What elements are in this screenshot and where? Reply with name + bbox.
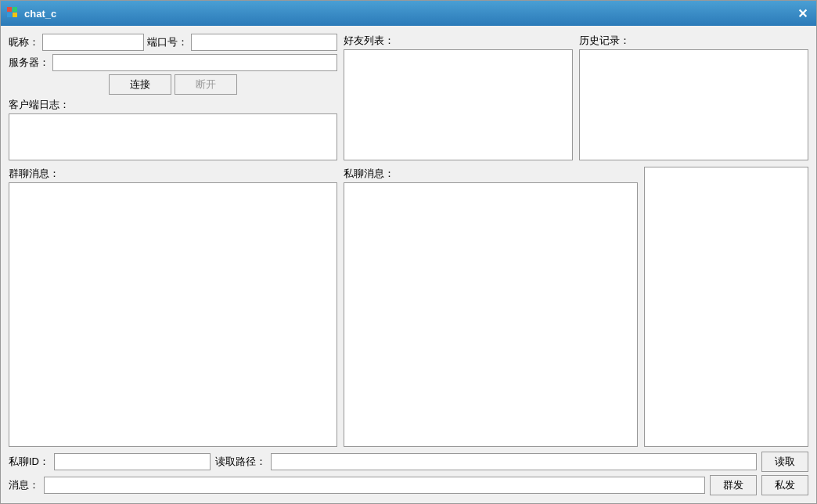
close-button[interactable]: ✕ — [794, 5, 810, 21]
title-bar: chat_c ✕ — [1, 1, 816, 26]
port-label: 端口号： — [147, 35, 188, 49]
private-and-more: 私聊消息： — [344, 167, 808, 447]
private-id-input[interactable] — [54, 453, 211, 470]
svg-rect-2 — [7, 13, 12, 17]
history-box[interactable] — [579, 49, 808, 160]
bottom-section: 私聊ID： 读取路径： 读取 消息： 群发 私发 — [9, 452, 808, 495]
friend-list-panel: 好友列表： — [344, 34, 573, 160]
history-continuation — [644, 167, 808, 447]
private-id-label: 私聊ID： — [9, 455, 49, 469]
button-row: 连接 断开 — [9, 74, 337, 95]
message-label: 消息： — [9, 478, 39, 492]
svg-rect-0 — [7, 7, 12, 12]
port-input[interactable] — [191, 34, 337, 51]
group-send-button[interactable]: 群发 — [710, 475, 757, 495]
right-panels: 好友列表： 历史记录： — [344, 34, 808, 160]
bottom-row1: 私聊ID： 读取路径： 读取 — [9, 452, 808, 472]
main-window: chat_c ✕ 昵称： 端口号： 服务器： — [0, 0, 817, 504]
svg-rect-3 — [13, 13, 17, 17]
server-row: 服务器： — [9, 54, 337, 71]
messages-section: 群聊消息： 私聊消息： — [9, 167, 808, 447]
private-msg-label: 私聊消息： — [344, 167, 638, 181]
history-panel: 历史记录： — [579, 34, 808, 160]
server-label: 服务器： — [9, 56, 49, 70]
disconnect-button[interactable]: 断开 — [175, 74, 237, 95]
app-icon — [7, 7, 20, 20]
svg-rect-1 — [13, 7, 17, 12]
nickname-input[interactable] — [42, 34, 144, 51]
nickname-label: 昵称： — [9, 35, 39, 49]
window-title: chat_c — [24, 8, 794, 20]
message-input[interactable] — [44, 477, 705, 494]
friend-list-box[interactable] — [344, 49, 573, 160]
private-msg-panel: 私聊消息： — [344, 167, 638, 447]
history-extra-box[interactable] — [644, 167, 808, 447]
private-msg-textarea[interactable] — [344, 182, 638, 447]
log-section: 客户端日志： — [9, 98, 337, 160]
log-label: 客户端日志： — [9, 98, 337, 112]
nickname-port-row: 昵称： 端口号： — [9, 34, 337, 51]
bottom-row2: 消息： 群发 私发 — [9, 475, 808, 495]
log-textarea[interactable] — [9, 113, 337, 160]
friend-list-label: 好友列表： — [344, 34, 573, 48]
content-area: 昵称： 端口号： 服务器： 连接 断开 — [1, 26, 816, 503]
group-msg-label: 群聊消息： — [9, 167, 337, 181]
read-button[interactable]: 读取 — [761, 452, 808, 472]
private-send-button[interactable]: 私发 — [761, 475, 808, 495]
history-label: 历史记录： — [579, 34, 808, 48]
file-path-input[interactable] — [271, 453, 757, 470]
group-msg-panel: 群聊消息： — [9, 167, 337, 447]
file-path-label: 读取路径： — [215, 455, 266, 469]
server-input[interactable] — [52, 54, 337, 71]
group-msg-textarea[interactable] — [9, 182, 337, 447]
connect-button[interactable]: 连接 — [109, 74, 171, 95]
left-controls: 昵称： 端口号： 服务器： 连接 断开 — [9, 34, 337, 160]
